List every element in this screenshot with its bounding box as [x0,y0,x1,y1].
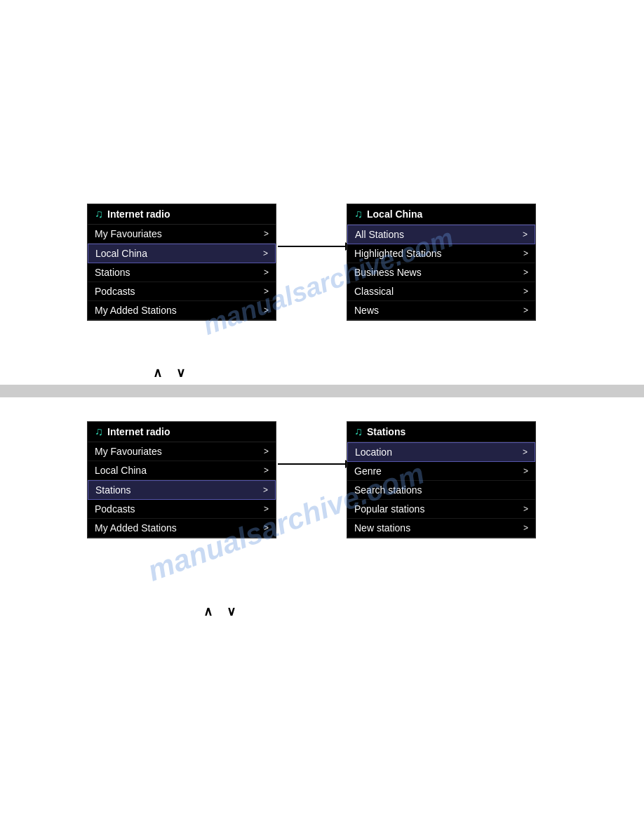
nav-up-button[interactable]: ∧ [153,365,162,380]
bottom-left-panel: ♫ Internet radio My Favouriates > Local … [87,421,276,538]
music-icon-top-left: ♫ [95,208,103,220]
top-left-header: ♫ Internet radio [88,204,276,225]
top-right-item-1[interactable]: Highlighted Stations > [347,244,535,263]
bottom-right-item-0[interactable]: Location > [347,442,535,462]
top-nav-buttons: ∧ ∨ [153,365,185,380]
bottom-left-title: Internet radio [107,426,170,437]
chevron-icon: > [264,229,269,239]
chevron-icon: > [263,249,268,258]
bottom-left-header: ♫ Internet radio [88,422,276,442]
chevron-icon: > [523,267,528,277]
top-left-item-3[interactable]: Podcasts > [88,282,276,301]
top-right-item-3[interactable]: Classical > [347,282,535,301]
chevron-icon: > [264,504,269,514]
chevron-icon: > [264,523,269,533]
bottom-arrow [278,460,352,468]
bottom-right-item-1[interactable]: Genre > [347,462,535,481]
top-left-title: Internet radio [107,208,170,220]
chevron-icon: > [523,249,528,258]
chevron-icon: > [523,466,528,476]
top-left-item-2[interactable]: Stations > [88,263,276,282]
bottom-left-item-4[interactable]: My Added Stations > [88,519,276,538]
chevron-icon: > [264,446,269,456]
bottom-nav-up-button[interactable]: ∧ [203,604,213,619]
bottom-right-item-2[interactable]: Search stations [347,481,535,500]
chevron-icon: > [523,523,528,533]
chevron-icon: > [264,286,269,296]
chevron-icon: > [523,230,528,239]
top-left-item-1[interactable]: Local China > [88,244,276,263]
chevron-icon: > [523,447,528,457]
music-icon-bottom-right: ♫ [354,426,363,437]
bottom-left-item-3[interactable]: Podcasts > [88,500,276,519]
top-right-panel: ♫ Local China All Stations > Highlighted… [347,204,536,321]
chevron-icon: > [264,465,269,475]
music-icon-bottom-left: ♫ [95,426,103,437]
top-right-item-0[interactable]: All Stations > [347,225,535,244]
nav-down-button[interactable]: ∨ [176,365,185,380]
top-left-item-4[interactable]: My Added Stations > [88,301,276,320]
top-right-title: Local China [367,208,422,220]
top-right-item-2[interactable]: Business News > [347,263,535,282]
chevron-icon: > [264,267,269,277]
bottom-left-item-1[interactable]: Local China > [88,461,276,480]
music-icon-top-right: ♫ [354,208,363,220]
chevron-icon: > [263,485,268,495]
bottom-right-header: ♫ Stations [347,422,535,442]
section-divider [0,385,644,397]
top-arrow [278,242,352,251]
top-right-header: ♫ Local China [347,204,535,225]
bottom-left-item-2[interactable]: Stations > [88,480,276,500]
chevron-icon: > [264,305,269,315]
bottom-nav-buttons: ∧ ∨ [203,604,236,619]
chevron-icon: > [523,305,528,315]
top-left-item-0[interactable]: My Favouriates > [88,225,276,244]
bottom-left-item-0[interactable]: My Favouriates > [88,442,276,461]
bottom-right-item-4[interactable]: New stations > [347,519,535,538]
chevron-icon: > [523,286,528,296]
bottom-right-panel: ♫ Stations Location > Genre > Search sta… [347,421,536,538]
bottom-right-item-3[interactable]: Popular stations > [347,500,535,519]
bottom-right-title: Stations [367,426,405,437]
top-left-panel: ♫ Internet radio My Favouriates > Local … [87,204,276,321]
bottom-nav-down-button[interactable]: ∨ [227,604,236,619]
chevron-icon: > [523,504,528,514]
top-right-item-4[interactable]: News > [347,301,535,320]
